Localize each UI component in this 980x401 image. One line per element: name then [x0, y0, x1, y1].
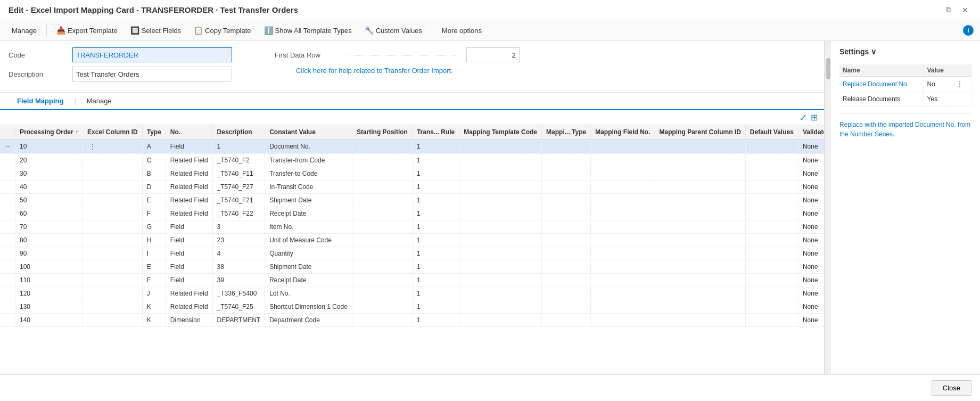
constantValue-cell — [352, 140, 412, 154]
row-actions-cell[interactable] — [83, 181, 143, 194]
processing-order-cell: 60 — [15, 207, 83, 220]
row-actions-cell[interactable] — [83, 207, 143, 220]
col-excel-column-id[interactable]: Excel Column ID — [83, 125, 143, 140]
row-actions-cell[interactable] — [83, 300, 143, 314]
col-description[interactable]: Description — [212, 125, 265, 140]
setting-actions[interactable]: ⋮ — [951, 77, 971, 92]
row-actions-cell[interactable] — [83, 287, 143, 300]
tab-field-mapping[interactable]: Field Mapping — [9, 93, 72, 110]
mappingFieldNo-cell — [655, 181, 745, 194]
setting-actions[interactable] — [951, 92, 971, 107]
filter-table-button[interactable]: ⊞ — [811, 112, 818, 122]
table-row[interactable]: 130KRelated Field_T5740_F25Shortcut Dime… — [0, 300, 824, 314]
row-actions-cell[interactable] — [83, 274, 143, 287]
col-mapping-template-code[interactable]: Mapping Template Code — [459, 125, 542, 140]
manage-button[interactable]: Manage — [6, 24, 42, 37]
show-all-template-button[interactable]: ℹ️ Show All Template Types — [259, 23, 357, 37]
row-actions-cell[interactable] — [83, 167, 143, 181]
help-icon[interactable]: i — [963, 25, 974, 36]
col-mapping-parent-column-id[interactable]: Mapping Parent Column ID — [655, 125, 745, 140]
table-row[interactable]: 140KDimensionDEPARTMENTDepartment Code1N… — [0, 314, 824, 327]
table-row[interactable]: 30BRelated Field_T5740_F11Transfer-to Co… — [0, 167, 824, 181]
restore-button[interactable]: ⧉ — [943, 4, 954, 15]
mappingParentColumnId-cell — [745, 220, 798, 234]
table-row[interactable]: 90IField4Quantity1NoneAlways — [0, 247, 824, 260]
col-trans-rule[interactable]: Trans... Rule — [412, 125, 459, 140]
mappingTemplateCode-cell — [542, 234, 591, 247]
close-button[interactable]: Close — [932, 380, 971, 392]
setting-dots-button[interactable]: ⋮ — [954, 80, 965, 88]
setting-name[interactable]: Replace Document No. — [839, 77, 924, 92]
row-actions-cell[interactable]: ⋮ — [83, 140, 143, 154]
description-cell: Receipt Date — [265, 274, 352, 287]
row-actions-cell[interactable] — [83, 234, 143, 247]
processing-order-cell: 30 — [15, 167, 83, 181]
select-fields-button[interactable]: 🔲 Select Fields — [125, 23, 186, 37]
startingPosition-cell: 1 — [412, 167, 459, 181]
copy-template-button[interactable]: 📋 Copy Template — [188, 23, 256, 37]
table-row[interactable]: 70GField3Item No.1NoneAlways — [0, 220, 824, 234]
processing-order-cell: 70 — [15, 220, 83, 234]
settings-title: Settings — [839, 47, 869, 56]
col-starting-position[interactable]: Starting Position — [352, 125, 412, 140]
table-row[interactable]: 80HField23Unit of Measure Code1NoneAlway… — [0, 234, 824, 247]
table-row[interactable]: 120JRelated Field_T336_F5400Lot No.1None… — [0, 287, 824, 300]
row-actions-cell[interactable] — [83, 220, 143, 234]
table-toolbar: ⤢ ⊞ — [0, 110, 824, 125]
settings-header[interactable]: Settings ∨ — [839, 47, 971, 56]
table-row[interactable]: →10⋮AField1Document No.1NoneAlways — [0, 140, 824, 154]
row-actions-cell[interactable] — [83, 247, 143, 260]
col-constant-value[interactable]: Constant Value — [265, 125, 352, 140]
col-type[interactable]: Type — [142, 125, 166, 140]
row-actions-cell[interactable] — [83, 314, 143, 327]
help-link[interactable]: Click here for help related to Transfer … — [296, 67, 520, 75]
mappingType-cell — [591, 287, 655, 300]
table-row[interactable]: 40DRelated Field_T5740_F27In-Transit Cod… — [0, 181, 824, 194]
constantValue-cell — [352, 154, 412, 167]
table-row[interactable]: 110FField39Receipt Date1NoneAlways — [0, 274, 824, 287]
description-cell: Item No. — [265, 220, 352, 234]
mappingType-cell — [591, 300, 655, 314]
mappingType-cell — [591, 207, 655, 220]
setting-name-link[interactable]: Replace Document No. — [843, 80, 909, 88]
excelColumnId-cell: F — [142, 207, 166, 220]
custom-values-button[interactable]: 🔧 Custom Values — [359, 23, 427, 37]
defaultValues-cell: None — [798, 167, 824, 181]
code-input[interactable] — [72, 47, 232, 62]
expand-table-button[interactable]: ⤢ — [800, 112, 806, 122]
transRule-cell — [459, 234, 542, 247]
table-row[interactable]: 60FRelated Field_T5740_F22Receipt Date1N… — [0, 207, 824, 220]
export-template-button[interactable]: 📥 Export Template — [51, 23, 123, 37]
table-row[interactable]: 100EField38Shipment Date1NoneAlways — [0, 260, 824, 274]
col-validate-field[interactable]: Validate Field — [798, 125, 824, 140]
row-actions-cell[interactable] — [83, 154, 143, 167]
mappingType-cell — [591, 314, 655, 327]
row-actions-cell[interactable] — [83, 194, 143, 207]
close-window-button[interactable]: ✕ — [959, 4, 971, 15]
no-cell: _T5740_F11 — [212, 167, 265, 181]
defaultValues-cell: None — [798, 247, 824, 260]
first-data-row-input[interactable] — [466, 47, 520, 62]
mappingType-cell — [591, 234, 655, 247]
custom-values-icon: 🔧 — [365, 26, 374, 35]
table-row[interactable]: 20CRelated Field_T5740_F2Transfer-from C… — [0, 154, 824, 167]
col-default-values[interactable]: Default Values — [745, 125, 798, 140]
constantValue-cell — [352, 314, 412, 327]
scrollbar[interactable] — [825, 41, 831, 392]
constantValue-cell — [352, 287, 412, 300]
tab-manage[interactable]: Manage — [78, 93, 120, 109]
processing-order-cell: 110 — [15, 274, 83, 287]
row-actions-cell[interactable] — [83, 260, 143, 274]
processing-order-cell: 50 — [15, 194, 83, 207]
col-mapping-type[interactable]: Mappi... Type — [542, 125, 591, 140]
col-no[interactable]: No. — [166, 125, 212, 140]
more-options-button[interactable]: More options — [437, 24, 487, 37]
show-all-template-label: Show All Template Types — [275, 27, 352, 35]
description-input[interactable] — [72, 67, 232, 81]
row-dots-button[interactable]: ⋮ — [87, 142, 98, 151]
col-processing-order[interactable]: Processing Order ↑ — [15, 125, 83, 140]
col-mapping-field-no[interactable]: Mapping Field No. — [591, 125, 655, 140]
setting-value: Yes — [924, 92, 951, 107]
mappingTemplateCode-cell — [542, 300, 591, 314]
table-row[interactable]: 50ERelated Field_T5740_F21Shipment Date1… — [0, 194, 824, 207]
